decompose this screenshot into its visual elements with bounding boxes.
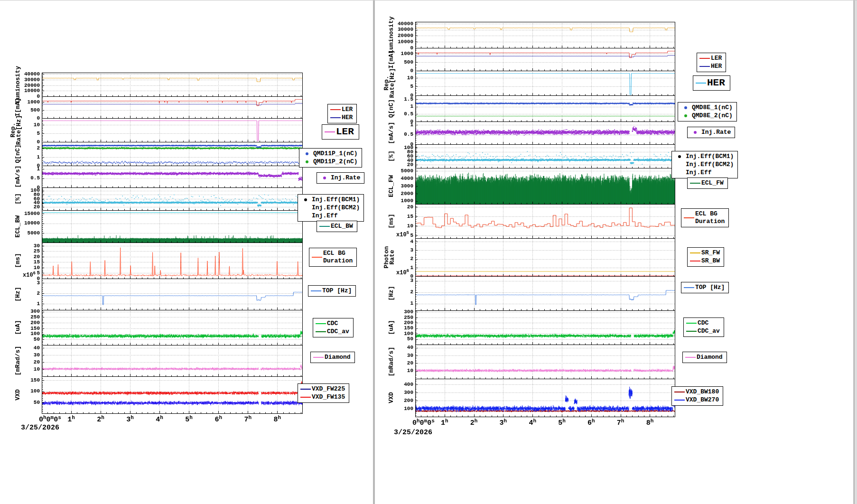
panel-left: LERHERLERQMD11P_1(nC)QMD11P_2(nC)Inj.Rat…: [0, 0, 373, 504]
background-monitor-page: LERHERLERQMD11P_1(nC)QMD11P_2(nC)Inj.Rat…: [0, 0, 857, 504]
left-date-label: 3/25/2026: [21, 424, 59, 432]
right-date-label: 3/25/2026: [394, 429, 432, 437]
panel-right: LERHERHERQMD8E_1(nC)QMD8E_2(nC)Inj.RateI…: [375, 0, 853, 504]
scrollbar[interactable]: [854, 0, 857, 504]
left-chart-canvas: [0, 0, 373, 444]
right-chart-canvas: [375, 0, 853, 447]
